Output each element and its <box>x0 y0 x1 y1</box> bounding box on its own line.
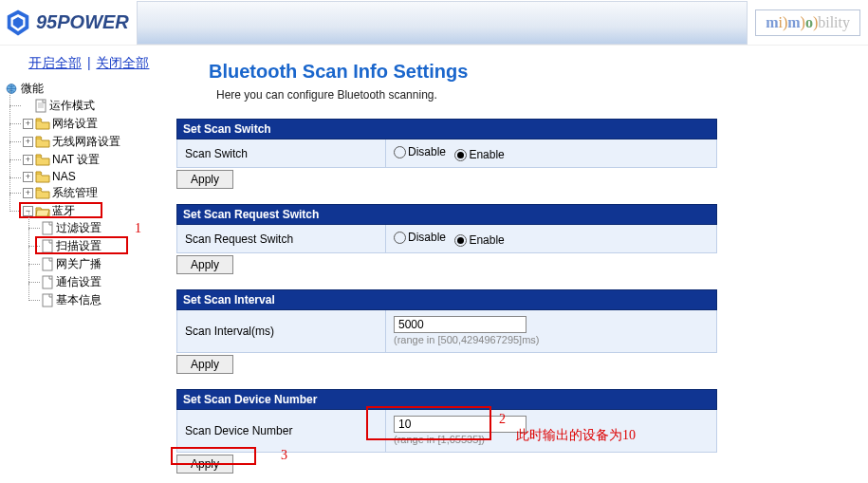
folder-icon <box>35 171 50 183</box>
section-scan-req: Set Scan Request Switch Scan Request Swi… <box>176 204 717 274</box>
folder-icon <box>35 118 50 130</box>
section-header: Set Scan Switch <box>176 119 717 139</box>
globe-icon <box>4 83 19 95</box>
page-icon <box>42 275 54 289</box>
section-header: Set Scan Device Number <box>176 389 717 410</box>
field-label: Scan Device Number <box>177 410 386 453</box>
folder-icon <box>35 154 50 166</box>
tree-nas[interactable]: + NAS <box>23 170 176 183</box>
page-title: Bluetooth Scan Info Settings <box>209 61 868 83</box>
radio-disable[interactable]: Disable <box>394 145 446 158</box>
tree-bt-comm[interactable]: 通信设置 <box>42 274 176 290</box>
folder-open-icon <box>35 205 50 217</box>
field-hint: (range in [500,4294967295]ms) <box>394 334 540 345</box>
section-scan-interval: Set Scan Interval Scan Interval(ms) (ran… <box>176 289 717 374</box>
close-all-link[interactable]: 关闭全部 <box>96 55 149 70</box>
svg-rect-8 <box>43 276 52 288</box>
svg-rect-6 <box>43 240 52 252</box>
section-scan-switch: Set Scan Switch Scan Switch Disable Enab… <box>176 119 717 189</box>
mimo-badge: mi)m)o)bility <box>755 9 860 36</box>
folder-icon <box>35 136 50 148</box>
folder-icon <box>35 187 50 199</box>
plus-icon[interactable]: + <box>23 137 33 147</box>
apply-button[interactable]: Apply <box>176 355 233 374</box>
header-banner <box>137 1 748 45</box>
content: Bluetooth Scan Info Settings Here you ca… <box>176 46 868 483</box>
brand: 95POWER <box>4 9 129 37</box>
radio-icon <box>394 146 406 158</box>
tree-bluetooth[interactable]: − 蓝牙 <box>23 203 176 219</box>
page-icon <box>42 257 54 271</box>
tree-bt-gw[interactable]: 网关广播 <box>42 256 176 272</box>
tree-nat[interactable]: + NAT 设置 <box>23 152 176 168</box>
section-scan-devnum: Set Scan Device Number Scan Device Numbe… <box>176 389 717 474</box>
section-header: Set Scan Request Switch <box>176 204 717 225</box>
radio-selected-icon <box>454 149 467 161</box>
tree-sys[interactable]: + 系统管理 <box>23 185 176 201</box>
field-label: Scan Switch <box>177 139 386 168</box>
sidebar: 开启全部 | 关闭全部 微能 运作模式 + <box>0 46 176 483</box>
tree-net[interactable]: + 网络设置 <box>23 116 176 132</box>
scan-devnum-input[interactable] <box>394 416 526 433</box>
page-icon <box>35 99 47 113</box>
field-label: Scan Interval(ms) <box>177 310 386 353</box>
field-value: Disable Enable <box>386 225 717 253</box>
plus-icon[interactable]: + <box>23 172 33 182</box>
tree-mode[interactable]: 运作模式 <box>23 98 176 114</box>
tree-bt-basic[interactable]: 基本信息 <box>42 292 176 308</box>
svg-rect-5 <box>43 222 52 234</box>
section-header: Set Scan Interval <box>176 289 717 310</box>
svg-rect-9 <box>43 294 52 307</box>
field-value: Disable Enable <box>386 139 717 168</box>
tree-wlan[interactable]: + 无线网路设置 <box>23 134 176 150</box>
radio-icon <box>394 232 406 244</box>
tree-bt-scan[interactable]: 扫描设置 <box>42 238 176 254</box>
field-value: (range in [1,65535]) <box>386 410 717 453</box>
header: 95POWER mi)m)o)bility <box>0 0 868 46</box>
page-icon <box>42 221 54 235</box>
plus-icon[interactable]: + <box>23 155 33 165</box>
field-hint: (range in [1,65535]) <box>394 434 485 445</box>
radio-enable[interactable]: Enable <box>454 148 504 161</box>
brand-icon <box>4 9 32 37</box>
page-subtitle: Here you can configure Bluetooth scannin… <box>216 88 868 102</box>
tree-bt-filter[interactable]: 过滤设置 <box>42 220 176 236</box>
svg-rect-7 <box>43 258 52 270</box>
apply-button[interactable]: Apply <box>176 455 233 474</box>
field-value: (range in [500,4294967295]ms) <box>386 310 717 353</box>
scan-interval-input[interactable] <box>394 316 526 333</box>
radio-disable[interactable]: Disable <box>394 231 446 244</box>
apply-button[interactable]: Apply <box>176 255 233 274</box>
apply-button[interactable]: Apply <box>176 170 233 189</box>
page-icon <box>42 239 54 253</box>
tree-root[interactable]: 微能 <box>4 81 176 97</box>
brand-name: 95POWER <box>36 11 129 33</box>
tree-controls: 开启全部 | 关闭全部 <box>4 51 176 80</box>
open-all-link[interactable]: 开启全部 <box>28 55 82 70</box>
radio-enable[interactable]: Enable <box>454 233 504 247</box>
page-icon <box>42 293 54 307</box>
radio-selected-icon <box>454 234 467 247</box>
field-label: Scan Request Switch <box>177 225 386 253</box>
plus-icon[interactable]: + <box>23 188 33 198</box>
plus-icon[interactable]: + <box>23 119 33 129</box>
